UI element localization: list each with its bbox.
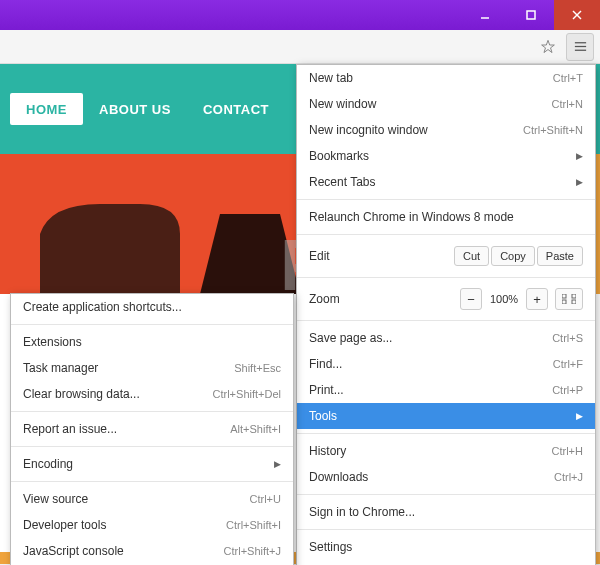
- menu-zoom: Zoom − 100% +: [297, 282, 595, 316]
- menu-settings[interactable]: Settings: [297, 534, 595, 560]
- chevron-right-icon: ▶: [576, 177, 583, 187]
- separator: [297, 494, 595, 495]
- window-titlebar: [0, 0, 600, 30]
- menu-history[interactable]: HistoryCtrl+H: [297, 438, 595, 464]
- menu-edit: Edit Cut Copy Paste: [297, 239, 595, 273]
- copy-button[interactable]: Copy: [491, 246, 535, 266]
- submenu-dev-tools[interactable]: Developer toolsCtrl+Shift+I: [11, 512, 293, 538]
- maximize-button[interactable]: [508, 0, 554, 30]
- zoom-in-button[interactable]: +: [526, 288, 548, 310]
- menu-incognito[interactable]: New incognito windowCtrl+Shift+N: [297, 117, 595, 143]
- svg-rect-8: [562, 294, 566, 298]
- chevron-right-icon: ▶: [576, 411, 583, 421]
- submenu-create-shortcuts[interactable]: Create application shortcuts...: [11, 294, 293, 320]
- separator: [297, 433, 595, 434]
- nav-contact[interactable]: CONTACT: [187, 93, 285, 125]
- cut-button[interactable]: Cut: [454, 246, 489, 266]
- menu-find[interactable]: Find...Ctrl+F: [297, 351, 595, 377]
- submenu-report-issue[interactable]: Report an issue...Alt+Shift+I: [11, 416, 293, 442]
- zoom-out-button[interactable]: −: [460, 288, 482, 310]
- menu-relaunch[interactable]: Relaunch Chrome in Windows 8 mode: [297, 204, 595, 230]
- paste-button[interactable]: Paste: [537, 246, 583, 266]
- menu-new-tab[interactable]: New tabCtrl+T: [297, 65, 595, 91]
- separator: [297, 320, 595, 321]
- menu-bookmarks[interactable]: Bookmarks▶: [297, 143, 595, 169]
- separator: [11, 324, 293, 325]
- separator: [297, 199, 595, 200]
- submenu-encoding[interactable]: Encoding▶: [11, 451, 293, 477]
- chevron-right-icon: ▶: [576, 151, 583, 161]
- submenu-js-console[interactable]: JavaScript consoleCtrl+Shift+J: [11, 538, 293, 564]
- tools-submenu: Create application shortcuts... Extensio…: [10, 293, 294, 565]
- menu-icon[interactable]: [566, 33, 594, 61]
- nav-about[interactable]: ABOUT US: [83, 93, 187, 125]
- close-button[interactable]: [554, 0, 600, 30]
- separator: [297, 234, 595, 235]
- menu-signin[interactable]: Sign in to Chrome...: [297, 499, 595, 525]
- svg-rect-1: [527, 11, 535, 19]
- submenu-task-manager[interactable]: Task managerShift+Esc: [11, 355, 293, 381]
- separator: [11, 481, 293, 482]
- minimize-button[interactable]: [462, 0, 508, 30]
- svg-rect-11: [572, 300, 576, 304]
- fullscreen-button[interactable]: [555, 288, 583, 310]
- separator: [11, 411, 293, 412]
- menu-recent-tabs[interactable]: Recent Tabs▶: [297, 169, 595, 195]
- menu-downloads[interactable]: DownloadsCtrl+J: [297, 464, 595, 490]
- zoom-value: 100%: [485, 293, 523, 305]
- separator: [11, 446, 293, 447]
- svg-rect-9: [572, 294, 576, 298]
- menu-print[interactable]: Print...Ctrl+P: [297, 377, 595, 403]
- separator: [297, 277, 595, 278]
- chrome-main-menu: New tabCtrl+T New windowCtrl+N New incog…: [296, 64, 596, 565]
- separator: [297, 529, 595, 530]
- browser-toolbar: [0, 30, 600, 64]
- submenu-extensions[interactable]: Extensions: [11, 329, 293, 355]
- menu-new-window[interactable]: New windowCtrl+N: [297, 91, 595, 117]
- submenu-view-source[interactable]: View sourceCtrl+U: [11, 486, 293, 512]
- svg-rect-10: [562, 300, 566, 304]
- nav-home[interactable]: HOME: [10, 93, 83, 125]
- menu-save-page[interactable]: Save page as...Ctrl+S: [297, 325, 595, 351]
- menu-tools[interactable]: Tools▶: [297, 403, 595, 429]
- star-icon[interactable]: [534, 33, 562, 61]
- chevron-right-icon: ▶: [274, 459, 281, 469]
- menu-about[interactable]: About Google Chrome: [297, 560, 595, 565]
- submenu-clear-data[interactable]: Clear browsing data...Ctrl+Shift+Del: [11, 381, 293, 407]
